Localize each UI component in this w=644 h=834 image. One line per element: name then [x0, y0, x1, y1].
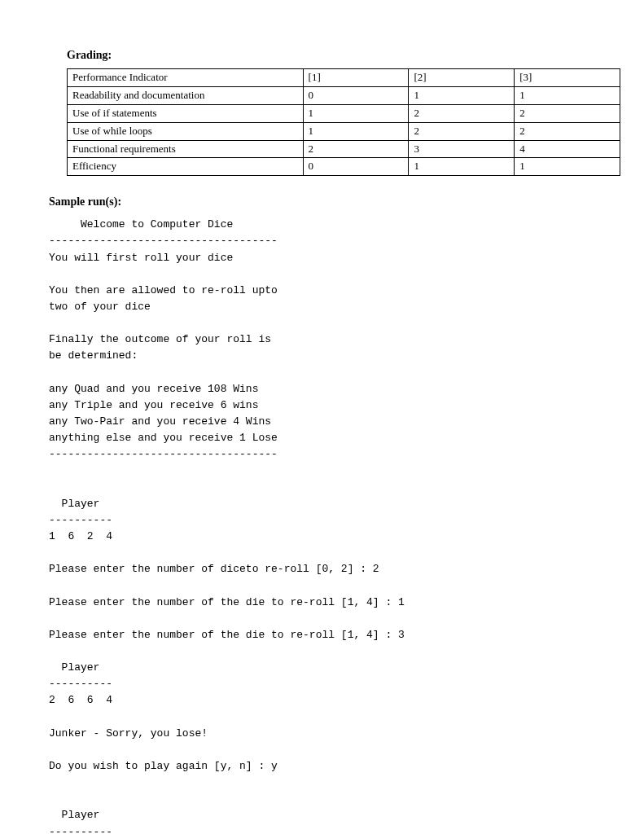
score-cell: 2	[515, 104, 620, 122]
sample-runs-heading: Sample run(s):	[49, 195, 603, 208]
table-row: Efficiency 0 1 1	[68, 158, 620, 176]
score-cell: 3	[409, 140, 515, 158]
header-cell: [1]	[303, 69, 409, 87]
score-cell: 1	[409, 86, 515, 104]
score-cell: 0	[303, 158, 409, 176]
score-cell: 2	[409, 122, 515, 140]
header-cell: [3]	[515, 69, 620, 87]
indicator-cell: Use of if statements	[68, 104, 304, 122]
table-header-row: Performance Indicator [1] [2] [3]	[68, 69, 620, 87]
score-cell: 1	[515, 158, 620, 176]
indicator-cell: Functional requirements	[68, 140, 304, 158]
sample-output: Welcome to Computer Dice ---------------…	[49, 217, 603, 834]
grading-table: Performance Indicator [1] [2] [3] Readab…	[67, 68, 620, 176]
table-row: Use of if statements 1 2 2	[68, 104, 620, 122]
table-row: Readability and documentation 0 1 1	[68, 86, 620, 104]
indicator-cell: Readability and documentation	[68, 86, 304, 104]
header-cell: Performance Indicator	[68, 69, 304, 87]
table-row: Functional requirements 2 3 4	[68, 140, 620, 158]
score-cell: 2	[303, 140, 409, 158]
score-cell: 0	[303, 86, 409, 104]
score-cell: 1	[409, 158, 515, 176]
indicator-cell: Use of while loops	[68, 122, 304, 140]
score-cell: 2	[515, 122, 620, 140]
score-cell: 1	[515, 86, 620, 104]
table-row: Use of while loops 1 2 2	[68, 122, 620, 140]
grading-heading: Grading:	[67, 49, 603, 62]
score-cell: 1	[303, 122, 409, 140]
score-cell: 2	[409, 104, 515, 122]
indicator-cell: Efficiency	[68, 158, 304, 176]
score-cell: 1	[303, 104, 409, 122]
header-cell: [2]	[409, 69, 515, 87]
score-cell: 4	[515, 140, 620, 158]
